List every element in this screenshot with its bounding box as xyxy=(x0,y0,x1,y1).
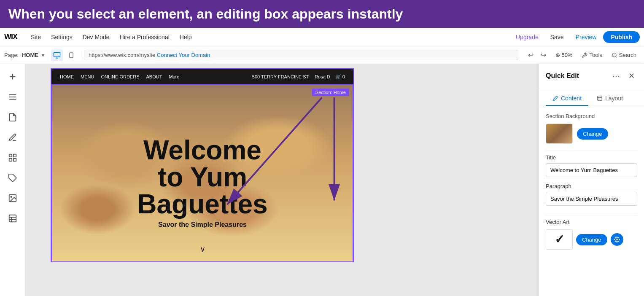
device-toggle xyxy=(51,49,77,61)
site-preview[interactable]: HOME MENU ONLINE ORDERS ABOUT More 500 T… xyxy=(51,68,354,262)
search-icon xyxy=(612,52,617,58)
vector-art-label: Vector Art xyxy=(546,219,637,225)
chevron-art: ✓ xyxy=(555,234,564,245)
paragraph-field-label: Paragraph xyxy=(546,183,637,189)
wix-top-nav: WIX Site Settings Dev Mode Hire a Profes… xyxy=(0,28,644,46)
svg-rect-19 xyxy=(9,215,16,222)
site-cart: 🛒 0 xyxy=(335,74,345,80)
svg-rect-14 xyxy=(9,159,11,161)
site-user: Rosa D xyxy=(315,74,330,79)
section-bg-row: Change xyxy=(546,124,637,144)
vector-art-row: ✓ Change xyxy=(546,229,637,250)
desktop-view-button[interactable] xyxy=(51,49,63,61)
svg-point-18 xyxy=(11,196,12,198)
publish-button[interactable]: Publish xyxy=(603,31,640,43)
hero-title: Welcometo YumBaguettes xyxy=(67,137,338,218)
main-area: HOME MENU ONLINE ORDERS ABOUT More 500 T… xyxy=(0,64,644,296)
panel-content: Section Background Change Title Paragrap… xyxy=(539,106,644,296)
gear-icon xyxy=(614,237,620,242)
svg-point-5 xyxy=(612,53,616,57)
plus-icon xyxy=(8,72,17,81)
tab-layout[interactable]: Layout xyxy=(590,91,630,106)
left-sidebar xyxy=(0,64,25,296)
nav-right-actions: Upgrade Save Preview Publish xyxy=(511,31,640,43)
wix-logo: WIX xyxy=(4,32,17,41)
section-badge: Section: Home xyxy=(312,89,349,96)
change-bg-button[interactable]: Change xyxy=(577,128,608,140)
nav-menu: MENU xyxy=(81,74,94,79)
nav-help[interactable]: Help xyxy=(175,28,197,46)
canvas-area: HOME MENU ONLINE ORDERS ABOUT More 500 T… xyxy=(25,64,539,296)
panel-close-button[interactable]: ✕ xyxy=(625,70,637,82)
panel-title: Quick Edit xyxy=(546,72,579,80)
puzzle-icon xyxy=(8,173,17,183)
mobile-icon xyxy=(68,51,74,59)
sidebar-sections-button[interactable] xyxy=(3,88,22,106)
layout-icon xyxy=(597,95,603,101)
sidebar-extensions-button[interactable] xyxy=(3,169,22,187)
quick-edit-panel: Quick Edit ⋯ ✕ Content Layout Section Ba… xyxy=(539,64,644,296)
page-name-value: HOME xyxy=(22,52,38,58)
nav-home: HOME xyxy=(60,74,74,79)
sidebar-apps-button[interactable] xyxy=(3,148,22,167)
hero-chevron: ∨ xyxy=(200,245,205,254)
title-field-label: Title xyxy=(546,154,637,161)
hero-subtitle: Savor the Simple Pleasures xyxy=(67,221,338,229)
preview-button[interactable]: Preview xyxy=(571,34,602,40)
svg-rect-13 xyxy=(13,154,16,157)
mobile-view-button[interactable] xyxy=(65,49,77,61)
tools-button[interactable]: Tools xyxy=(578,52,605,58)
redo-button[interactable]: ↪ xyxy=(538,49,550,61)
nav-settings[interactable]: Settings xyxy=(46,28,78,46)
svg-point-30 xyxy=(616,239,618,241)
sidebar-data-button[interactable] xyxy=(3,209,22,228)
tools-icon xyxy=(582,52,587,58)
site-nav-right: 500 TERRY FRANCINE ST. Rosa D 🛒 0 xyxy=(252,74,345,80)
bg-thumbnail xyxy=(546,124,573,144)
title-input[interactable] xyxy=(546,163,637,177)
apps-icon xyxy=(8,153,17,162)
upgrade-button[interactable]: Upgrade xyxy=(511,34,544,40)
tab-content-label: Content xyxy=(561,95,582,102)
page-dropdown[interactable]: ▾ xyxy=(42,52,44,58)
site-address: 500 TERRY FRANCINE ST. xyxy=(252,74,310,79)
sidebar-media-button[interactable] xyxy=(3,189,22,207)
nav-dev-mode[interactable]: Dev Mode xyxy=(78,28,115,46)
banner-text: When you select an element, an editing b… xyxy=(8,6,403,22)
pages-icon xyxy=(8,113,17,122)
sidebar-pages-button[interactable] xyxy=(3,108,22,126)
site-navigation: HOME MENU ONLINE ORDERS ABOUT More 500 T… xyxy=(51,69,353,84)
change-vector-button[interactable]: Change xyxy=(576,234,607,245)
sidebar-add-button[interactable] xyxy=(3,67,22,86)
image-icon xyxy=(8,194,17,203)
divider-1 xyxy=(546,151,637,151)
toolbar-right: ↩ ↪ ⊕ 50% Tools Search xyxy=(525,49,640,61)
site-nav-links: HOME MENU ONLINE ORDERS ABOUT More xyxy=(60,74,179,79)
nav-more: More xyxy=(169,74,179,79)
save-button[interactable]: Save xyxy=(545,34,569,40)
paragraph-input[interactable] xyxy=(546,192,637,206)
undo-button[interactable]: ↩ xyxy=(525,49,537,61)
sidebar-design-button[interactable] xyxy=(3,128,22,147)
panel-more-button[interactable]: ⋯ xyxy=(610,70,622,82)
tab-content[interactable]: Content xyxy=(546,91,588,106)
panel-tabs: Content Layout xyxy=(539,88,644,106)
nav-hire[interactable]: Hire a Professional xyxy=(115,28,175,46)
url-text: https://www.wix.com/mysite xyxy=(89,52,155,58)
section-bg-label: Section Background xyxy=(546,113,637,119)
zoom-level: ⊕ 50% xyxy=(552,52,576,58)
hero-section[interactable]: Welcometo YumBaguettes Savor the Simple … xyxy=(51,84,353,262)
url-bar: https://www.wix.com/mysite Connect Your … xyxy=(84,50,518,60)
page-label: Page: xyxy=(4,52,19,58)
table-icon xyxy=(8,214,17,223)
nav-orders: ONLINE ORDERS xyxy=(101,74,139,79)
design-icon xyxy=(8,133,17,142)
nav-site[interactable]: Site xyxy=(26,28,46,46)
svg-rect-12 xyxy=(9,154,11,157)
search-button[interactable]: Search xyxy=(608,52,640,58)
svg-rect-3 xyxy=(70,53,73,58)
hero-text-container: Welcometo YumBaguettes Savor the Simple … xyxy=(67,137,338,229)
connect-domain-link[interactable]: Connect Your Domain xyxy=(157,52,210,58)
svg-rect-0 xyxy=(54,52,60,57)
vector-settings-button[interactable] xyxy=(611,233,623,246)
